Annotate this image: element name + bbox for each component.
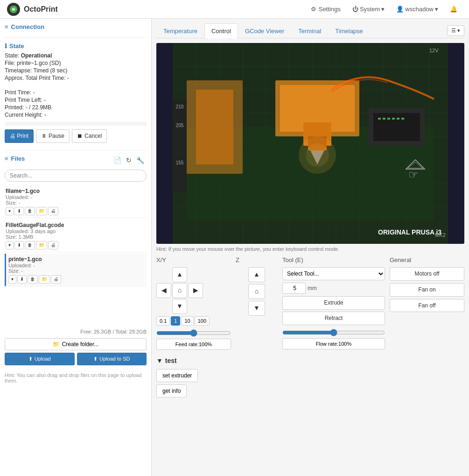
sidebar: ≡ Connection ℹ State State: Operational … [0, 19, 152, 476]
svg-rect-22 [173, 99, 187, 192]
file-print-btn[interactable]: 🖨 [48, 241, 58, 249]
file-delete-btn[interactable]: 🗑 [28, 275, 38, 284]
print-button[interactable]: 🖨 Print [5, 129, 34, 143]
flow-rate-button[interactable]: Flow rate:100% [282, 338, 385, 349]
file-folder-btn[interactable]: 📁 [36, 241, 47, 249]
y-plus-button[interactable]: ▲ [172, 267, 187, 282]
chevron-down-icon: ▾ [381, 6, 385, 13]
get-info-button[interactable]: get info [156, 384, 187, 398]
user-icon: 👤 [396, 6, 404, 13]
total-print-row: Approx. Total Print Time: - [5, 75, 147, 81]
feed-rate-control: Feed rate:100% [156, 329, 231, 350]
file-name: FilletGaugeFlat.gcode [6, 222, 146, 228]
svg-text:MK2: MK2 [435, 232, 446, 238]
tab-timelapse[interactable]: Timelapse [328, 23, 370, 38]
file-select-btn[interactable]: ▾ [8, 275, 16, 284]
file-delete-btn[interactable]: 🗑 [25, 207, 35, 215]
brand: OctoPrint [7, 3, 58, 16]
step-100-button[interactable]: 100 [195, 316, 210, 326]
upload-buttons: ⬆ Upload ⬆ Upload to SD [5, 353, 147, 365]
tab-gcode-viewer[interactable]: GCode Viewer [238, 23, 291, 38]
cancel-icon: ⏹ [77, 132, 83, 140]
home-xy-button[interactable]: ⌂ [172, 283, 187, 298]
fan-on-button[interactable]: Fan on [390, 283, 464, 297]
file-row: File: printe~1.gco (SD) [5, 60, 147, 66]
system-dropdown[interactable]: ⏻ System ▾ [348, 4, 389, 14]
pause-button[interactable]: ⏸ Pause [36, 129, 70, 143]
wrench-button[interactable]: 🔧 [134, 156, 147, 165]
file-select-btn[interactable]: ▾ [6, 241, 14, 249]
mm-input[interactable] [282, 283, 306, 294]
file-download-btn[interactable]: ⬇ [14, 207, 24, 215]
camera-feed: 210 205 155 12V [156, 43, 464, 244]
total-print-key: Approx. Total Print Time: [5, 75, 66, 81]
upload-hint: Hint: You can also drag and drop files o… [5, 370, 147, 386]
step-10-button[interactable]: 10 [181, 316, 193, 326]
z-plus-button[interactable]: ▲ [248, 267, 265, 282]
brand-logo [7, 3, 20, 16]
create-folder-button[interactable]: 📁 Create folder... [5, 338, 147, 350]
main-layout: ≡ Connection ℹ State State: Operational … [0, 19, 469, 476]
search-input[interactable] [5, 170, 147, 182]
set-extruder-label: set extruder [162, 372, 192, 379]
tab-control[interactable]: Control [204, 23, 238, 38]
step-01-button[interactable]: 0.1 [156, 316, 170, 326]
storage-info: Free: 26.3GB / Total: 29.2GB [5, 329, 147, 334]
flow-rate-slider[interactable] [282, 329, 385, 336]
camera-view: 210 205 155 12V [156, 43, 464, 244]
upload-sd-button[interactable]: ⬆ Upload to SD [77, 353, 147, 365]
file-name: filame~1.gco [6, 188, 146, 194]
cancel-button[interactable]: ⏹ Cancel [72, 129, 107, 143]
feed-rate-button[interactable]: Feed rate:100% [156, 339, 231, 350]
file-select-btn[interactable]: ▾ [6, 207, 14, 215]
connection-icon: ≡ [5, 23, 8, 30]
files-section: ≡ Files 📄 ↻ 🔧 filame~1.gco Uploaded: - S… [5, 155, 147, 386]
file-folder-btn[interactable]: 📁 [39, 275, 50, 284]
tab-menu-button[interactable]: ☰ ▾ [447, 25, 464, 36]
file-print-btn[interactable]: 🖨 [48, 207, 58, 215]
folder-icon: 📁 [53, 341, 60, 348]
feed-rate-slider[interactable] [156, 329, 231, 337]
extrude-button[interactable]: Extrude [282, 296, 385, 310]
chevron-down-icon-user: ▾ [435, 6, 438, 13]
file-download-btn[interactable]: ⬇ [14, 241, 24, 249]
notification-bell[interactable]: 🔔 [445, 4, 462, 14]
general-section: General Motors off Fan on Fan off [390, 256, 464, 350]
motors-off-button[interactable]: Motors off [390, 267, 464, 281]
state-section: ℹ State State: Operational File: printe~… [5, 43, 147, 143]
xy-label: X/Y [156, 256, 231, 263]
empty-cell3 [156, 299, 171, 314]
upload-button[interactable]: ⬆ Upload [5, 353, 75, 365]
file-name: printe~1.gco [8, 256, 146, 263]
timelapse-key: Timelapse: [5, 67, 32, 74]
retract-button[interactable]: Retract [282, 312, 385, 325]
settings-link[interactable]: ⚙ Settings [306, 4, 345, 14]
home-z-button[interactable]: ⌂ [248, 284, 265, 299]
file-print-btn[interactable]: 🖨 [51, 275, 61, 284]
z-minus-button[interactable]: ▼ [248, 301, 265, 316]
x-minus-button[interactable]: ◀ [156, 283, 171, 298]
select-tool-dropdown[interactable]: Select Tool... [282, 267, 385, 280]
file-folder-btn[interactable]: 📁 [36, 207, 47, 215]
y-minus-button[interactable]: ▼ [172, 299, 187, 314]
svg-rect-41 [196, 90, 233, 164]
file-download-btn[interactable]: ⬇ [17, 275, 27, 284]
file-delete-btn[interactable]: 🗑 [25, 241, 35, 249]
step-1-button[interactable]: 1 [171, 316, 180, 326]
timelapse-row: Timelapse: Timed (8 sec) [5, 67, 147, 74]
tab-terminal[interactable]: Terminal [291, 23, 328, 38]
empty-cell2 [188, 267, 203, 282]
refresh-files-button[interactable]: ↻ [124, 156, 134, 165]
print-time-left-value: - [44, 97, 46, 103]
controls-row: X/Y ▲ ◀ ⌂ ▶ ▼ 0.1 [156, 256, 464, 350]
new-file-button[interactable]: 📄 [111, 156, 124, 165]
x-plus-button[interactable]: ▶ [188, 283, 203, 298]
user-dropdown[interactable]: 👤 wschadow ▾ [392, 4, 443, 14]
tab-temperature[interactable]: Temperature [156, 23, 204, 38]
set-extruder-button[interactable]: set extruder [156, 369, 198, 382]
list-item: printe~1.gco Uploaded: - Size: - ▾ ⬇ 🗑 📁… [5, 254, 147, 286]
general-label: General [390, 256, 464, 263]
xy-section: X/Y ▲ ◀ ⌂ ▶ ▼ 0.1 [156, 256, 231, 350]
upload-icon: ⬆ [28, 355, 33, 362]
fan-off-button[interactable]: Fan off [390, 299, 464, 313]
